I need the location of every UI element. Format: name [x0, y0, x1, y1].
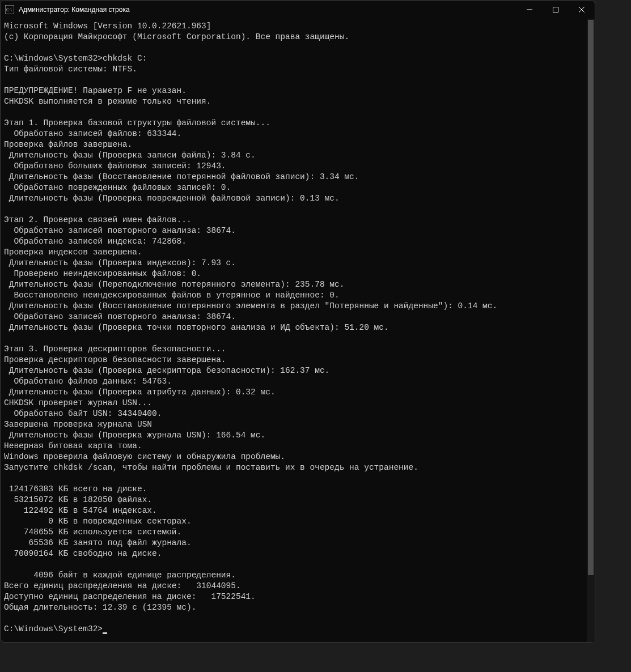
cursor — [103, 632, 107, 634]
svg-text:C:\: C:\ — [6, 7, 12, 12]
command-prompt-window: C:\ Администратор: Командная строка Micr… — [0, 0, 595, 643]
terminal-output[interactable]: Microsoft Windows [Version 10.0.22621.96… — [1, 19, 595, 642]
minimize-button[interactable] — [516, 1, 543, 19]
close-button[interactable] — [569, 1, 595, 19]
scrollbar[interactable] — [587, 19, 595, 642]
titlebar-left: C:\ Администратор: Командная строка — [5, 5, 130, 14]
window-title: Администратор: Командная строка — [19, 6, 130, 14]
terminal-text: Microsoft Windows [Version 10.0.22621.96… — [4, 22, 497, 633]
svg-rect-3 — [553, 7, 558, 12]
cmd-icon: C:\ — [5, 5, 14, 14]
titlebar[interactable]: C:\ Администратор: Командная строка — [1, 1, 595, 19]
window-controls — [516, 1, 595, 19]
maximize-button[interactable] — [543, 1, 569, 19]
scrollbar-thumb[interactable] — [588, 20, 594, 575]
